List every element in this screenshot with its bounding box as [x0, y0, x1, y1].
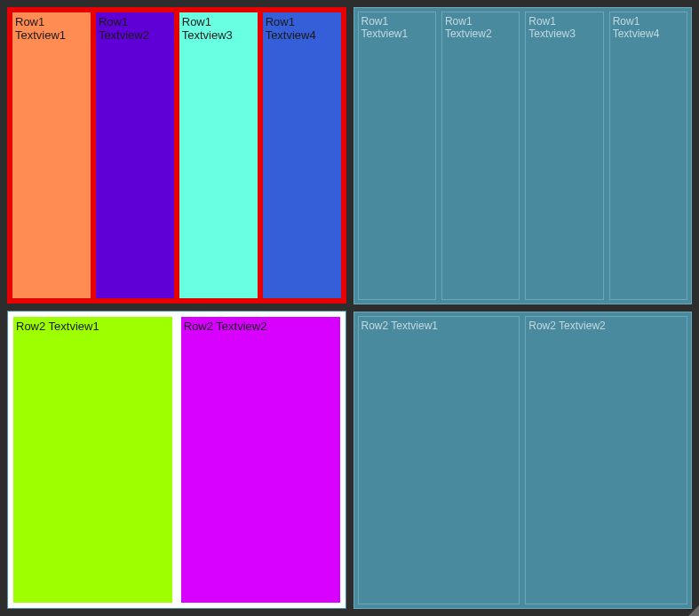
- right-row2-cell1: Row2 Textview1: [358, 316, 520, 604]
- right-row1-cell3: Row1 Textview3: [525, 12, 603, 300]
- left-row1-cell4: Row1 Textview4: [263, 12, 341, 298]
- right-row1-cell4: Row1 Textview4: [609, 12, 687, 300]
- left-row1-cell3: Row1 Textview3: [179, 12, 258, 298]
- main-container: Row1 Textview1 Row1 Textview2 Row1 Textv…: [7, 7, 692, 609]
- right-row2-cell2: Row2 Textview2: [525, 316, 687, 604]
- left-row-2: Row2 Textview1 Row2 Textview2: [7, 311, 346, 609]
- left-panel: Row1 Textview1 Row1 Textview2 Row1 Textv…: [7, 7, 346, 609]
- left-row1-cell2: Row1 Textview2: [96, 12, 174, 298]
- left-row2-cell1: Row2 Textview1: [13, 317, 172, 603]
- right-row-2: Row2 Textview1 Row2 Textview2: [353, 312, 693, 609]
- left-row-1: Row1 Textview1 Row1 Textview2 Row1 Textv…: [7, 7, 346, 304]
- resize-handle-icon[interactable]: [688, 605, 699, 616]
- left-row2-cell2: Row2 Textview2: [181, 317, 340, 603]
- right-row1-cell1: Row1 Textview1: [358, 12, 436, 300]
- right-panel: Row1 Textview1 Row1 Textview2 Row1 Textv…: [353, 7, 693, 609]
- left-row1-cell1: Row1 Textview1: [12, 12, 91, 298]
- right-row-1: Row1 Textview1 Row1 Textview2 Row1 Textv…: [353, 7, 693, 304]
- right-row1-cell2: Row1 Textview2: [441, 12, 520, 300]
